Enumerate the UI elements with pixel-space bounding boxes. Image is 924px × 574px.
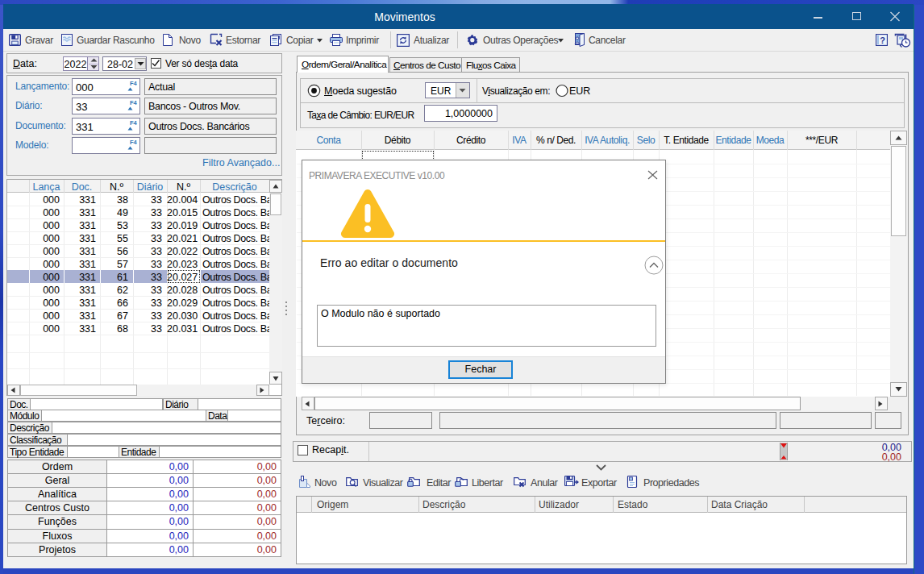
svg-text:?: ? (880, 35, 885, 45)
